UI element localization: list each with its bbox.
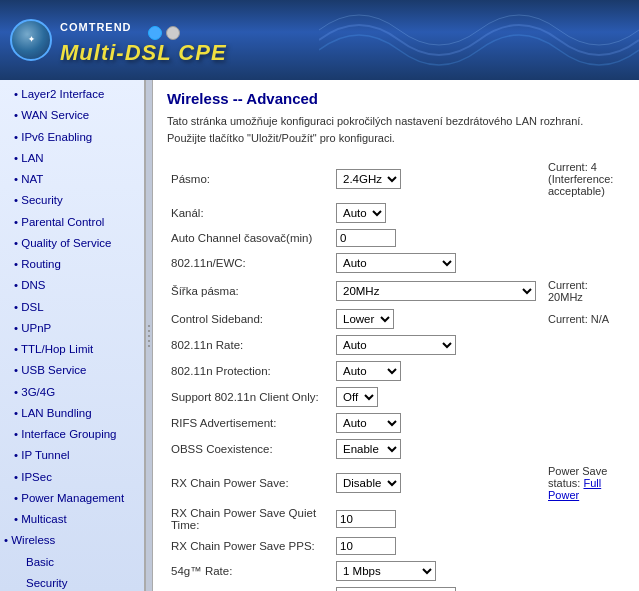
sidebar-item-ip-tunnel[interactable]: IP Tunnel <box>0 445 144 466</box>
sidebar-subitem-basic[interactable]: Basic <box>0 552 144 573</box>
select-80211n-ewc[interactable]: AutoEnableDisable <box>336 253 456 273</box>
label-obss: OBSS Coexistence: <box>167 436 332 462</box>
page-description: Tato stránka umožňuje konfiguraci pokroč… <box>167 113 625 146</box>
content-area: Wireless -- Advanced Tato stránka umožňu… <box>153 80 639 591</box>
row-kanal: Kanál: Auto123611 <box>167 200 625 226</box>
label-pasmo: Pásmo: <box>167 158 332 200</box>
control-siřka-pasma: 20MHz40MHz20/40MHz <box>332 276 540 306</box>
select-80211n-rate[interactable]: Auto <box>336 335 456 355</box>
control-sideband: LowerUpper <box>332 306 540 332</box>
info-rx-chain-power-save: Power Save status: FullPower <box>540 462 625 504</box>
row-control-sideband: Control Sideband: LowerUpper Current: N/… <box>167 306 625 332</box>
sidebar-item-quality-of-service[interactable]: Quality of Service <box>0 233 144 254</box>
select-rifs[interactable]: AutoEnableDisable <box>336 413 401 433</box>
row-support-80211n-client: Support 802.11n Client Only: OffOn <box>167 384 625 410</box>
label-multicast-rate: Multicast Rate: <box>167 584 332 591</box>
select-rx-chain-power-save[interactable]: DisableEnable <box>336 473 401 493</box>
control-80211n-rate: Auto <box>332 332 540 358</box>
label-rx-chain-power-save: RX Chain Power Save: <box>167 462 332 504</box>
sidebar-item-routing[interactable]: Routing <box>0 254 144 275</box>
sidebar-item-upnp[interactable]: UPnP <box>0 318 144 339</box>
resize-handle[interactable] <box>145 80 153 591</box>
label-kanal: Kanál: <box>167 200 332 226</box>
label-80211n-ewc: 802.11n/EWC: <box>167 250 332 276</box>
control-rx-chain-quiet-time <box>332 504 540 534</box>
sidebar-item-3g4g[interactable]: 3G/4G <box>0 382 144 403</box>
select-kanal[interactable]: Auto123611 <box>336 203 386 223</box>
input-auto-channel[interactable] <box>336 229 396 247</box>
sidebar-item-wireless[interactable]: Wireless <box>0 530 144 551</box>
control-support-80211n-client: OffOn <box>332 384 540 410</box>
brand-area: COMTREND Multi-DSL CPE <box>60 14 227 66</box>
control-80211n-ewc: AutoEnableDisable <box>332 250 540 276</box>
row-auto-channel: Auto Channel časovač(min) <box>167 226 625 250</box>
sidebar-item-power-management[interactable]: Power Management <box>0 488 144 509</box>
sidebar-item-security[interactable]: Security <box>0 190 144 211</box>
sidebar-item-interface-grouping[interactable]: Interface Grouping <box>0 424 144 445</box>
row-80211n-rate: 802.11n Rate: Auto <box>167 332 625 358</box>
row-multicast-rate: Multicast Rate: Auto <box>167 584 625 591</box>
brand-product: Multi-DSL CPE <box>60 40 227 66</box>
select-support-80211n-client[interactable]: OffOn <box>336 387 378 407</box>
sidebar-item-ipv6-enabling[interactable]: IPv6 Enabling <box>0 127 144 148</box>
control-rifs: AutoEnableDisable <box>332 410 540 436</box>
control-rx-chain-pps <box>332 534 540 558</box>
select-54g-rate[interactable]: 1 Mbps2 Mbps5.5 MbpsAuto <box>336 561 436 581</box>
control-auto-channel <box>332 226 540 250</box>
control-pasmo: 2.4GHz5GHz <box>332 158 540 200</box>
sidebar-item-dns[interactable]: DNS <box>0 275 144 296</box>
control-80211n-protection: AutoEnableDisable <box>332 358 540 384</box>
row-80211n-protection: 802.11n Protection: AutoEnableDisable <box>167 358 625 384</box>
select-siřka-pasma[interactable]: 20MHz40MHz20/40MHz <box>336 281 536 301</box>
sidebar-item-wan-service[interactable]: WAN Service <box>0 105 144 126</box>
input-rx-chain-quiet-time[interactable] <box>336 510 396 528</box>
sidebar-item-nat[interactable]: NAT <box>0 169 144 190</box>
control-obss: EnableDisable <box>332 436 540 462</box>
sidebar-item-ipsec[interactable]: IPSec <box>0 467 144 488</box>
label-siřka-pasma: Šířka pásma: <box>167 276 332 306</box>
label-rx-chain-pps: RX Chain Power Save PPS: <box>167 534 332 558</box>
row-rx-chain-power-save: RX Chain Power Save: DisableEnable Power… <box>167 462 625 504</box>
sidebar-item-multicast[interactable]: Multicast <box>0 509 144 530</box>
select-multicast-rate[interactable]: Auto <box>336 587 456 591</box>
page-title: Wireless -- Advanced <box>167 90 625 107</box>
info-pasmo: Current: 4(Interference:acceptable) <box>540 158 625 200</box>
sidebar-item-parental-control[interactable]: Parental Control <box>0 212 144 233</box>
settings-form: Pásmo: 2.4GHz5GHz Current: 4(Interferenc… <box>167 158 625 591</box>
row-rx-chain-quiet-time: RX Chain Power Save Quiet Time: <box>167 504 625 534</box>
resize-dots <box>148 325 150 347</box>
sidebar-item-lan[interactable]: LAN <box>0 148 144 169</box>
select-80211n-protection[interactable]: AutoEnableDisable <box>336 361 401 381</box>
sidebar-item-usb-service[interactable]: USB Service <box>0 360 144 381</box>
control-rx-chain-power-save: DisableEnable <box>332 462 540 504</box>
control-54g-rate: 1 Mbps2 Mbps5.5 MbpsAuto <box>332 558 540 584</box>
sidebar: Layer2 Interface WAN Service IPv6 Enabli… <box>0 80 145 591</box>
label-80211n-protection: 802.11n Protection: <box>167 358 332 384</box>
brand-name: COMTREND <box>60 21 132 33</box>
dot-1 <box>148 26 162 40</box>
logo-area: ✦ COMTREND Multi-DSL CPE <box>10 14 227 66</box>
header: ✦ COMTREND Multi-DSL CPE <box>0 0 639 80</box>
input-rx-chain-pps[interactable] <box>336 537 396 555</box>
main-layout: Layer2 Interface WAN Service IPv6 Enabli… <box>0 80 639 591</box>
dot-2 <box>166 26 180 40</box>
label-rifs: RIFS Advertisement: <box>167 410 332 436</box>
label-support-80211n-client: Support 802.11n Client Only: <box>167 384 332 410</box>
row-rifs: RIFS Advertisement: AutoEnableDisable <box>167 410 625 436</box>
select-pasmo[interactable]: 2.4GHz5GHz <box>336 169 401 189</box>
select-control-sideband[interactable]: LowerUpper <box>336 309 394 329</box>
label-rx-chain-quiet-time: RX Chain Power Save Quiet Time: <box>167 504 332 534</box>
header-decoration <box>319 0 639 80</box>
sidebar-subitem-security[interactable]: Security <box>0 573 144 591</box>
sidebar-item-lan-bundling[interactable]: LAN Bundling <box>0 403 144 424</box>
select-obss[interactable]: EnableDisable <box>336 439 401 459</box>
label-control-sideband: Control Sideband: <box>167 306 332 332</box>
row-54g-rate: 54g™ Rate: 1 Mbps2 Mbps5.5 MbpsAuto <box>167 558 625 584</box>
logo-icon: ✦ <box>10 19 52 61</box>
sidebar-item-ttl-hop-limit[interactable]: TTL/Hop Limit <box>0 339 144 360</box>
label-auto-channel: Auto Channel časovač(min) <box>167 226 332 250</box>
sidebar-item-dsl[interactable]: DSL <box>0 297 144 318</box>
row-obss: OBSS Coexistence: EnableDisable <box>167 436 625 462</box>
control-multicast-rate: Auto <box>332 584 540 591</box>
sidebar-item-layer2-interface[interactable]: Layer2 Interface <box>0 84 144 105</box>
